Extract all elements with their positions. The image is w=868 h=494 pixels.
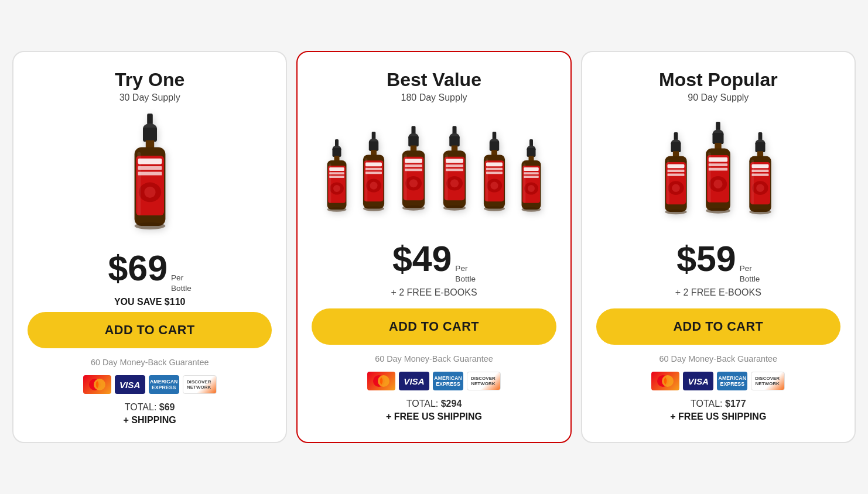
svg-rect-89 [524,176,539,178]
savings-try-one: YOU SAVE $110 [114,297,186,307]
svg-rect-55 [452,126,456,134]
svg-rect-31 [369,141,378,150]
svg-rect-118 [709,168,727,171]
svg-rect-92 [523,163,525,203]
svg-rect-29 [372,132,376,139]
svg-rect-68 [493,132,497,139]
svg-point-39 [370,181,377,189]
svg-rect-116 [709,157,727,162]
svg-point-120 [714,180,723,188]
svg-rect-8 [138,172,162,176]
svg-point-14 [94,379,105,390]
svg-point-52 [409,179,418,187]
svg-rect-27 [329,163,331,203]
svg-rect-63 [446,169,463,171]
svg-point-93 [521,207,541,212]
svg-point-107 [672,184,681,193]
pricing-cards: Try One 30 Day Supply $69 PerBottle [12,51,856,444]
svg-rect-62 [446,164,463,167]
add-to-cart-try-one[interactable]: ADD TO CART [28,312,272,348]
svg-rect-99 [671,142,681,152]
svg-rect-125 [756,142,766,152]
money-back-try-one: 60 Day Money-Back Guarantee [91,358,209,367]
shipping-most-popular: + FREE US SHIPPING [670,411,766,422]
shipping-try-one: + SHIPPING [124,415,176,426]
svg-rect-97 [674,132,678,140]
visa-icon: VISA [399,372,429,390]
svg-rect-121 [708,153,711,203]
price-row-most-popular: $59 PerBottle [676,241,760,284]
svg-rect-103 [668,164,685,169]
svg-rect-108 [667,160,669,205]
svg-rect-61 [446,159,463,163]
svg-rect-22 [329,167,344,171]
total-best-value: TOTAL: $294 [406,399,462,409]
money-back-most-popular: 60 Day Money-Back Guarantee [659,354,778,363]
svg-point-28 [327,207,346,212]
payment-icons-most-popular: VISA AMERICANEXPRESS DISCOVERNETWORK [651,372,785,390]
svg-point-137 [662,375,674,387]
product-image-most-popular [596,114,840,231]
product-image-best-value [312,114,556,231]
svg-rect-6 [138,159,162,164]
svg-rect-42 [411,126,415,134]
add-to-cart-most-popular[interactable]: ADD TO CART [596,308,840,345]
mastercard-icon [367,372,395,390]
svg-rect-74 [486,163,503,167]
discover-icon: DISCOVERNETWORK [751,372,785,390]
visa-icon: VISA [115,375,145,394]
payment-icons-best-value: VISA AMERICANEXPRESS DISCOVERNETWORK [367,372,501,390]
svg-rect-18 [332,148,341,157]
svg-point-10 [144,187,155,198]
svg-rect-88 [524,172,539,174]
svg-rect-131 [752,174,769,176]
svg-rect-24 [329,176,344,178]
svg-rect-37 [365,171,382,174]
shipping-best-value: + FREE US SHIPPING [386,411,482,422]
svg-point-78 [490,181,498,189]
payment-icons-try-one: VISA AMERICANEXPRESS DISCOVERNETWORK [83,375,217,394]
price-most-popular: $59 [676,241,736,277]
svg-point-109 [665,210,687,215]
svg-point-54 [402,205,425,211]
svg-rect-81 [529,139,533,146]
card-title-best-value: Best Value [387,70,481,90]
svg-rect-2 [143,128,157,142]
price-row-try-one: $69 PerBottle [108,251,192,293]
svg-rect-36 [365,168,382,170]
svg-rect-16 [335,139,339,146]
free-ebooks-most-popular: + 2 FREE E-BOOKS [675,287,761,298]
price-label-best-value: PerBottle [455,263,476,284]
svg-rect-134 [751,160,754,205]
svg-rect-0 [147,114,153,125]
visa-icon: VISA [683,372,713,390]
svg-point-91 [528,185,535,192]
svg-rect-48 [405,159,422,163]
svg-rect-23 [329,172,344,174]
card-title-most-popular: Most Popular [659,70,778,90]
pricing-card-try-one: Try One 30 Day Supply $69 PerBottle [12,51,287,444]
discover-icon: DISCOVERNETWORK [467,372,501,390]
svg-rect-129 [752,164,769,169]
svg-point-133 [757,184,765,193]
svg-rect-40 [365,158,367,201]
amex-icon: AMERICANEXPRESS [717,372,747,390]
svg-rect-66 [445,154,447,200]
svg-rect-35 [365,163,382,167]
pricing-card-most-popular: Most Popular 90 Day Supply [581,51,856,444]
svg-rect-70 [490,141,499,150]
card-subtitle-most-popular: 90 Day Supply [688,92,749,103]
discover-icon: DISCOVERNETWORK [183,375,217,394]
svg-rect-83 [527,148,535,157]
add-to-cart-best-value[interactable]: ADD TO CART [312,308,556,345]
svg-rect-75 [486,168,503,170]
svg-point-65 [450,179,459,187]
svg-point-41 [363,206,384,211]
product-image-try-one [28,114,272,240]
money-back-best-value: 60 Day Money-Back Guarantee [375,354,493,363]
svg-point-67 [443,205,466,211]
svg-point-95 [378,375,389,387]
svg-rect-104 [668,170,685,172]
svg-rect-44 [408,136,419,147]
price-label-try-one: PerBottle [171,273,192,293]
